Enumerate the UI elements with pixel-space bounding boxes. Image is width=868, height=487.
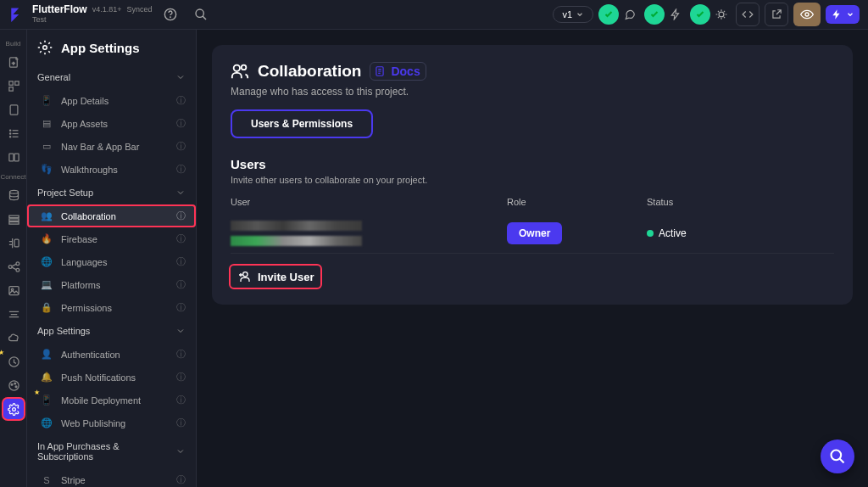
api-icon[interactable] bbox=[0, 255, 27, 277]
svg-rect-17 bbox=[8, 216, 18, 218]
user-icon: 👤 bbox=[41, 349, 53, 360]
media-icon[interactable] bbox=[0, 279, 27, 301]
search-icon bbox=[829, 448, 846, 465]
section-project-setup[interactable]: Project Setup bbox=[27, 181, 196, 204]
svg-point-37 bbox=[832, 451, 842, 461]
sidebar-item-label: Web Publishing bbox=[61, 418, 168, 428]
info-icon: ⓘ bbox=[176, 210, 186, 222]
run-button[interactable] bbox=[826, 5, 860, 24]
sidebar-item-push[interactable]: 🔔Push Notificationsⓘ bbox=[27, 366, 196, 389]
sidebar-item-languages[interactable]: 🌐Languagesⓘ bbox=[27, 250, 196, 273]
sidebar-item-label: App Assets bbox=[61, 119, 168, 129]
svg-point-21 bbox=[8, 265, 12, 268]
sidebar-item-web[interactable]: 🌐Web Publishingⓘ bbox=[27, 411, 196, 434]
page-selector-icon[interactable] bbox=[0, 98, 27, 120]
svg-rect-8 bbox=[14, 81, 18, 84]
sidebar-item-app-assets[interactable]: ▤App Assetsⓘ bbox=[27, 112, 196, 135]
svg-rect-18 bbox=[8, 218, 18, 221]
version-selector[interactable]: v1 bbox=[553, 6, 593, 23]
database-icon[interactable] bbox=[0, 184, 27, 206]
flutterflow-logo-icon[interactable] bbox=[8, 6, 25, 23]
sidebar-item-label: Languages bbox=[61, 257, 168, 267]
page-title: Collaboration bbox=[258, 62, 361, 81]
info-icon: ⓘ bbox=[176, 417, 186, 429]
datatypes-icon[interactable] bbox=[0, 208, 27, 230]
widget-tree-icon[interactable] bbox=[0, 75, 27, 97]
section-app-settings[interactable]: App Settings bbox=[27, 319, 196, 343]
invite-user-button[interactable]: Invite User bbox=[231, 266, 320, 288]
people-icon bbox=[231, 62, 249, 81]
status-check-3[interactable] bbox=[690, 4, 731, 25]
web-icon: 🌐 bbox=[41, 417, 53, 428]
section-iap-label: In App Purchases & Subscriptions bbox=[37, 441, 175, 462]
code-icon[interactable] bbox=[736, 3, 760, 26]
redacted-user-email bbox=[231, 236, 362, 246]
sidebar-item-permissions[interactable]: 🔒Permissionsⓘ bbox=[27, 296, 196, 319]
lock-icon: 🔒 bbox=[41, 302, 53, 313]
info-icon: ⓘ bbox=[176, 473, 186, 486]
help-icon[interactable] bbox=[159, 3, 182, 26]
svg-rect-14 bbox=[8, 154, 13, 161]
app-state-icon[interactable] bbox=[0, 232, 27, 254]
rail-build-label: Build bbox=[0, 36, 26, 49]
svg-point-36 bbox=[243, 272, 248, 277]
cloud-functions-icon[interactable] bbox=[0, 327, 27, 349]
info-icon: ⓘ bbox=[176, 371, 186, 383]
logo-area: FlutterFlow v4.1.81+ Synced Test bbox=[8, 4, 152, 24]
storyboard-icon[interactable] bbox=[0, 146, 27, 168]
status-dot-icon bbox=[647, 230, 654, 237]
sidebar-item-collaboration[interactable]: 👥Collaborationⓘ bbox=[27, 204, 196, 227]
navbar-icon: ▭ bbox=[41, 141, 53, 152]
status-check-1[interactable] bbox=[598, 4, 639, 25]
section-app-settings-label: App Settings bbox=[37, 326, 90, 336]
info-icon: ⓘ bbox=[176, 163, 186, 176]
person-add-icon bbox=[237, 270, 251, 283]
sidebar-item-label: Nav Bar & App Bar bbox=[61, 142, 168, 152]
check-circle-icon bbox=[690, 4, 710, 25]
check-circle-icon bbox=[598, 4, 619, 25]
people-icon: 👥 bbox=[41, 210, 53, 221]
section-general[interactable]: General bbox=[27, 65, 196, 89]
product-version: v4.1.81+ bbox=[92, 6, 122, 14]
svg-rect-19 bbox=[8, 221, 18, 224]
chevron-down-icon bbox=[175, 326, 186, 336]
sidebar-header: App Settings bbox=[27, 30, 196, 65]
sidebar-item-mobile[interactable]: ★📱Mobile Deploymentⓘ bbox=[27, 389, 196, 411]
docs-link[interactable]: Docs bbox=[370, 62, 426, 81]
sidebar-item-firebase[interactable]: 🔥Firebaseⓘ bbox=[27, 227, 196, 250]
info-icon: ⓘ bbox=[176, 301, 186, 314]
tests-icon[interactable]: ★ bbox=[0, 350, 27, 372]
custom-code-icon[interactable] bbox=[0, 303, 27, 325]
search-fab[interactable] bbox=[821, 439, 854, 473]
theme-icon[interactable] bbox=[0, 374, 27, 396]
docs-label: Docs bbox=[391, 64, 420, 78]
stripe-icon: S bbox=[41, 475, 53, 485]
svg-point-1 bbox=[170, 17, 171, 18]
sidebar-item-platforms[interactable]: 💻Platformsⓘ bbox=[27, 273, 196, 296]
role-badge[interactable]: Owner bbox=[507, 222, 562, 244]
settings-icon[interactable] bbox=[3, 398, 25, 420]
list-icon[interactable] bbox=[0, 122, 27, 144]
svg-point-28 bbox=[11, 383, 13, 385]
top-bar: FlutterFlow v4.1.81+ Synced Test v1 bbox=[0, 0, 868, 30]
mobile-icon: 📱 bbox=[41, 395, 53, 406]
users-permissions-button[interactable]: Users & Permissions bbox=[231, 109, 373, 138]
star-badge-icon: ★ bbox=[34, 389, 40, 396]
sidebar-item-label: App Details bbox=[61, 96, 168, 106]
sidebar-item-stripe[interactable]: SStripeⓘ bbox=[27, 468, 196, 487]
status-check-2[interactable] bbox=[644, 4, 685, 25]
open-external-icon[interactable] bbox=[765, 3, 788, 26]
svg-rect-10 bbox=[10, 104, 18, 114]
sidebar-item-navbar[interactable]: ▭Nav Bar & App Barⓘ bbox=[27, 135, 196, 158]
sidebar-item-walkthroughs[interactable]: 👣Walkthroughsⓘ bbox=[27, 158, 196, 181]
section-iap[interactable]: In App Purchases & Subscriptions bbox=[27, 434, 196, 468]
add-page-icon[interactable]: + bbox=[0, 51, 27, 73]
sidebar-item-app-details[interactable]: 📱App Detailsⓘ bbox=[27, 89, 196, 112]
rail-connect-label: Connect bbox=[0, 170, 26, 182]
chevron-down-icon bbox=[576, 10, 584, 19]
table-row: Owner Active bbox=[231, 214, 834, 254]
sidebar-item-authentication[interactable]: 👤Authenticationⓘ bbox=[27, 343, 196, 366]
search-icon[interactable] bbox=[189, 3, 213, 26]
preview-button[interactable] bbox=[793, 3, 821, 26]
comment-icon bbox=[620, 5, 639, 24]
